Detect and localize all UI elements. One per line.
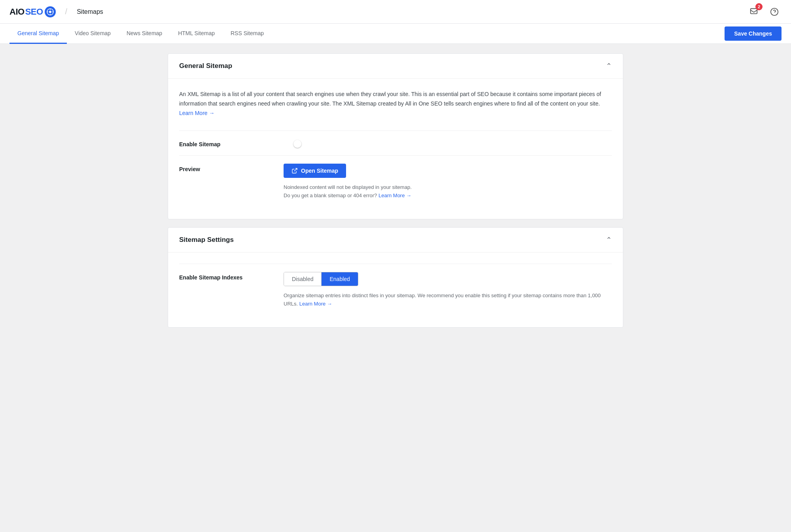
- sitemap-settings-card-body: Enable Sitemap Indexes Disabled Enabled …: [168, 253, 623, 327]
- sitemap-indexes-toggle-group: Disabled Enabled: [284, 272, 358, 286]
- preview-note-line1: Noindexed content will not be displayed …: [284, 183, 612, 192]
- enable-sitemap-indexes-label: Enable Sitemap Indexes: [179, 272, 274, 281]
- main-content: General Sitemap ⌃ An XML Sitemap is a li…: [158, 44, 633, 345]
- sitemap-settings-collapse-icon[interactable]: ⌃: [606, 236, 612, 244]
- general-sitemap-card: General Sitemap ⌃ An XML Sitemap is a li…: [168, 53, 623, 219]
- sitemap-settings-card-header: Sitemap Settings ⌃: [168, 228, 623, 253]
- sitemap-indexes-disabled-button[interactable]: Disabled: [284, 272, 322, 286]
- notifications-button[interactable]: 2: [747, 5, 761, 19]
- enable-sitemap-label: Enable Sitemap: [179, 139, 274, 147]
- open-sitemap-label: Open Sitemap: [301, 168, 338, 174]
- sitemap-settings-card: Sitemap Settings ⌃ Enable Sitemap Indexe…: [168, 227, 623, 328]
- tab-general-sitemap[interactable]: General Sitemap: [9, 24, 67, 44]
- preview-label: Preview: [179, 164, 274, 172]
- tab-html-sitemap[interactable]: HTML Sitemap: [170, 24, 223, 44]
- save-changes-button[interactable]: Save Changes: [725, 26, 782, 41]
- preview-control: Open Sitemap Noindexed content will not …: [284, 164, 612, 200]
- tab-rss-sitemap[interactable]: RSS Sitemap: [223, 24, 272, 44]
- logo-icon: [45, 6, 56, 17]
- open-sitemap-button[interactable]: Open Sitemap: [284, 164, 346, 178]
- tab-video-sitemap[interactable]: Video Sitemap: [67, 24, 119, 44]
- preview-note: Noindexed content will not be displayed …: [284, 183, 612, 200]
- preview-learn-more-link[interactable]: Learn More →: [378, 192, 411, 198]
- tabs-list: General Sitemap Video Sitemap News Sitem…: [9, 24, 725, 43]
- general-sitemap-card-body: An XML Sitemap is a list of all your con…: [168, 79, 623, 219]
- logo-seo: SEO: [25, 7, 43, 17]
- sitemap-indexes-enabled-button[interactable]: Enabled: [322, 272, 358, 286]
- general-sitemap-card-title: General Sitemap: [179, 62, 232, 70]
- svg-point-1: [49, 11, 51, 13]
- header-separator: /: [65, 7, 68, 16]
- sitemap-settings-card-title: Sitemap Settings: [179, 236, 234, 244]
- collapse-icon[interactable]: ⌃: [606, 62, 612, 70]
- sitemap-indexes-description: Organize sitemap entries into distinct f…: [284, 292, 612, 308]
- enable-sitemap-row: Enable Sitemap: [179, 130, 612, 155]
- header-actions: 2: [747, 5, 782, 19]
- logo: AIOSEO: [9, 6, 56, 17]
- tab-news-sitemap[interactable]: News Sitemap: [119, 24, 170, 44]
- description-learn-more-link[interactable]: Learn More →: [179, 110, 214, 116]
- page-title: Sitemaps: [77, 8, 103, 15]
- external-link-icon: [291, 168, 298, 174]
- general-sitemap-card-header: General Sitemap ⌃: [168, 54, 623, 79]
- enable-sitemap-indexes-control: Disabled Enabled Organize sitemap entrie…: [284, 272, 612, 308]
- logo-aio: AIO: [9, 7, 25, 17]
- help-button[interactable]: [767, 5, 782, 19]
- enable-sitemap-indexes-row: Enable Sitemap Indexes Disabled Enabled …: [179, 264, 612, 316]
- svg-line-9: [294, 168, 297, 171]
- sitemap-indexes-learn-more-link[interactable]: Learn More →: [299, 301, 332, 307]
- enable-sitemap-control: [284, 139, 612, 145]
- tabs-bar: General Sitemap Video Sitemap News Sitem…: [0, 24, 791, 44]
- notification-badge: 2: [755, 3, 763, 10]
- general-sitemap-description: An XML Sitemap is a list of all your con…: [179, 90, 612, 118]
- header: AIOSEO / Sitemaps 2: [0, 0, 791, 24]
- preview-note-line2: Do you get a blank sitemap or 404 error?…: [284, 192, 612, 200]
- preview-row: Preview Open Sitemap Noindexed content w…: [179, 155, 612, 208]
